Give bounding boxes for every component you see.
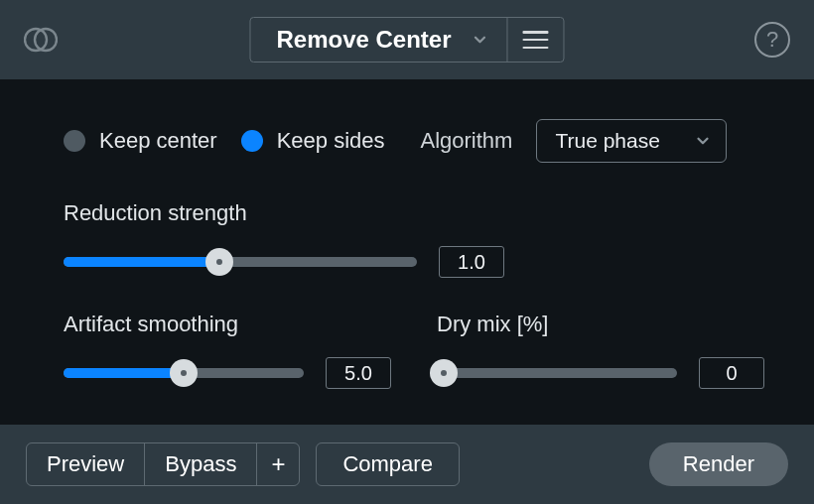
slider-thumb[interactable] [170,359,198,387]
top-bar: Remove Center ? [0,0,814,79]
reduction-block: Reduction strength 1.0 [64,200,750,278]
artifact-smoothing-slider[interactable] [64,368,304,378]
add-button[interactable]: + [256,443,299,485]
chevron-down-icon [694,132,712,150]
drymix-block: Dry mix [%] 0 [437,312,764,389]
keep-sides-radio[interactable]: Keep sides [241,128,385,154]
slider-thumb[interactable] [430,359,458,387]
keep-sides-label: Keep sides [277,128,385,154]
dry-mix-value[interactable]: 0 [699,357,764,389]
algorithm-label: Algorithm [421,128,513,154]
keep-center-label: Keep center [99,128,217,154]
artifact-smoothing-label: Artifact smoothing [64,312,391,337]
preset-title: Remove Center [276,26,451,54]
artifact-row: 5.0 [64,357,391,389]
radio-dot-icon [64,130,85,152]
help-icon: ? [766,27,778,53]
main-panel: Keep center Keep sides Algorithm True ph… [0,79,814,425]
reduction-row: 1.0 [64,246,750,278]
radio-dot-icon [241,130,263,152]
render-button[interactable]: Render [649,442,788,486]
preview-group: Preview Bypass + [26,442,300,486]
reduction-strength-value[interactable]: 1.0 [439,246,504,278]
algorithm-value: True phase [555,129,659,153]
keep-center-radio[interactable]: Keep center [64,128,217,154]
preview-button[interactable]: Preview [27,443,144,485]
plugin-logo-icon [24,23,58,57]
drymix-row: 0 [437,357,764,389]
slider-fill [64,257,219,267]
slider-thumb[interactable] [205,248,233,276]
dry-mix-label: Dry mix [%] [437,312,764,337]
chevron-down-icon [472,31,489,49]
dry-mix-slider[interactable] [437,368,677,378]
row3: Artifact smoothing 5.0 Dry mix [%] [64,312,750,389]
preset-select[interactable]: Remove Center [250,18,507,62]
help-button[interactable]: ? [754,22,790,58]
hamburger-icon [523,31,549,49]
artifact-smoothing-value[interactable]: 5.0 [326,357,391,389]
mode-row: Keep center Keep sides Algorithm True ph… [64,119,750,163]
algorithm-dropdown[interactable]: True phase [536,119,727,163]
slider-fill [64,368,184,378]
app-root: Remove Center ? Keep center Keep sides [0,0,814,504]
title-group: Remove Center [249,17,564,63]
menu-button[interactable] [508,18,564,62]
reduction-strength-label: Reduction strength [64,200,750,226]
compare-button[interactable]: Compare [316,442,459,486]
artifact-block: Artifact smoothing 5.0 [64,312,391,389]
bypass-button[interactable]: Bypass [144,443,256,485]
bottom-bar: Preview Bypass + Compare Render [0,425,814,504]
reduction-strength-slider[interactable] [64,257,417,267]
